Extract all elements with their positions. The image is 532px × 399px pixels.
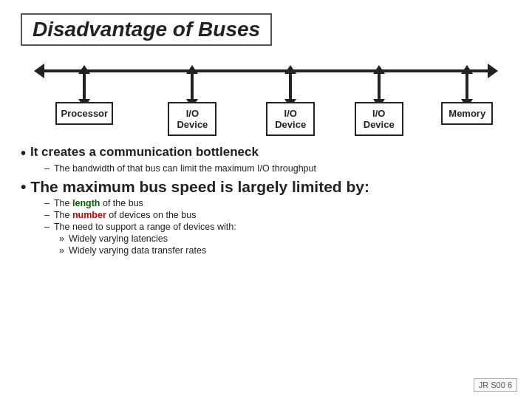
bullet-1-text: It creates a communication bottleneck — [30, 145, 259, 160]
sub-dash-2c: – — [44, 222, 50, 232]
bus-diagram: Processor I/ODevice I/ODevice I/ODevice … — [21, 56, 511, 137]
sub-sub-item-1: » Widely varying latencies — [59, 233, 511, 244]
connector-io1 — [191, 72, 194, 100]
bullet-2-text: The maximum bus speed is largely limited… — [30, 178, 369, 196]
sub-text-2b: The number of devices on the bus — [54, 210, 196, 220]
highlight-length: length — [72, 198, 100, 208]
slide: Disadvantage of Buses Processor I/ODevic… — [0, 0, 532, 399]
bus-line — [43, 69, 489, 72]
bullet-1: • It creates a communication bottleneck — [21, 145, 511, 161]
sub-sub-text-1: Widely varying latencies — [69, 233, 168, 244]
connector-memory — [466, 72, 468, 100]
box-io3: I/ODevice — [355, 102, 403, 136]
box-memory: Memory — [441, 102, 493, 125]
sub-sub-arrow-1: » — [59, 233, 64, 244]
connector-processor — [83, 72, 86, 100]
sub-dash-2b: – — [44, 210, 50, 220]
content-area: • It creates a communication bottleneck … — [21, 145, 511, 256]
sub-sub-item-2: » Widely varying data transfer rates — [59, 245, 511, 256]
sub-sub-arrow-2: » — [59, 245, 64, 256]
sub-text-1: The bandwidth of that bus can limit the … — [54, 163, 316, 174]
sub-item-1: – The bandwidth of that bus can limit th… — [44, 163, 511, 174]
sub-text-2c: The need to support a range of devices w… — [54, 222, 236, 232]
bullet-2-dot: • — [21, 178, 26, 196]
bullet-1-dot: • — [21, 145, 26, 161]
connector-io2 — [289, 72, 292, 100]
bullet-1-sublist: – The bandwidth of that bus can limit th… — [44, 163, 511, 174]
bullet-2: • The maximum bus speed is largely limit… — [21, 178, 511, 196]
sub-sub-list: » Widely varying latencies » Widely vary… — [59, 233, 511, 256]
sub-dash-1: – — [44, 163, 50, 174]
highlight-number: number — [72, 210, 106, 220]
bullet-2-sublist: – The length of the bus – The number of … — [44, 198, 511, 256]
sub-text-2a: The length of the bus — [54, 198, 143, 208]
box-io2: I/ODevice — [266, 102, 315, 136]
sub-item-2a: – The length of the bus — [44, 198, 511, 208]
slide-title: Disadvantage of Buses — [33, 18, 260, 41]
box-processor: Processor — [55, 102, 113, 125]
box-io1: I/ODevice — [168, 102, 216, 136]
slide-footer: JR S00 6 — [474, 378, 517, 392]
connector-io3 — [378, 72, 381, 100]
title-box: Disadvantage of Buses — [21, 13, 272, 46]
sub-item-2c: – The need to support a range of devices… — [44, 222, 511, 232]
sub-sub-text-2: Widely varying data transfer rates — [69, 245, 206, 256]
sub-item-2b: – The number of devices on the bus — [44, 210, 511, 220]
sub-dash-2a: – — [44, 198, 50, 208]
